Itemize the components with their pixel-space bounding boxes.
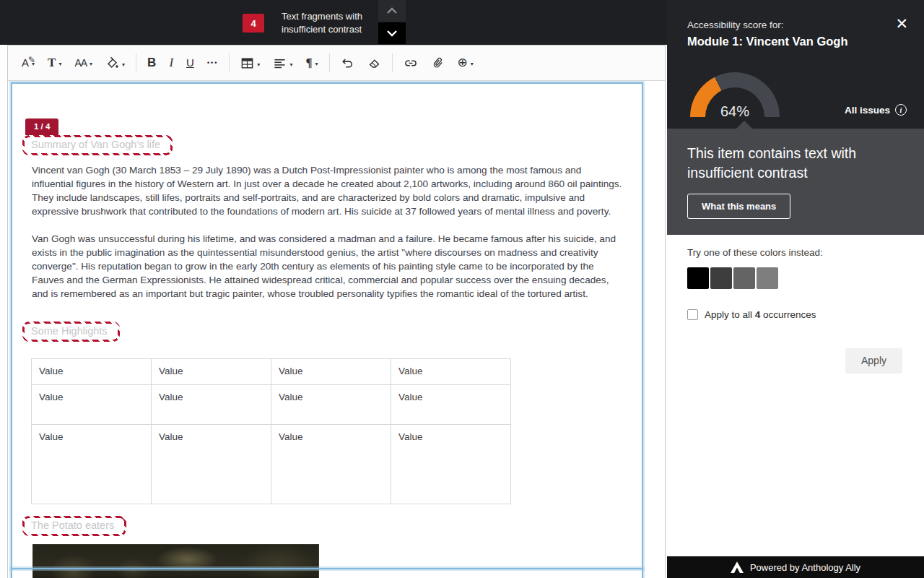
toolbar-divider: [329, 53, 330, 72]
issue-message: This item contains text with insufficien…: [687, 144, 875, 182]
eraser-icon: [367, 56, 381, 70]
color-swatch-gray[interactable]: [733, 267, 755, 289]
module-title: Module 1: Vincent Van Gogh: [687, 35, 847, 48]
close-panel-button[interactable]: ✕: [895, 16, 908, 32]
anthology-logo-icon: [731, 561, 744, 573]
issue-position-badge: 1 / 4: [25, 118, 58, 135]
previous-issue-button[interactable]: [378, 0, 406, 22]
next-issue-button[interactable]: [378, 22, 406, 44]
score-section: Accessibility score for: Module 1: Vince…: [667, 0, 924, 129]
score-value: 64%: [690, 103, 780, 120]
flagged-heading-potato-eaters[interactable]: The Potato eaters: [22, 516, 126, 536]
apply-all-checkbox[interactable]: [687, 309, 698, 320]
color-swatch-dark-gray[interactable]: [710, 267, 732, 289]
undo-button[interactable]: [334, 52, 361, 74]
table-row: Value Value Value Value: [32, 385, 511, 425]
what-this-means-button[interactable]: What this means: [687, 194, 790, 219]
table-cell[interactable]: Value: [271, 425, 391, 504]
text-style-button[interactable]: T ▾: [41, 52, 68, 74]
table-cell[interactable]: Value: [271, 385, 391, 425]
rich-text-editor: A✎ ▾ T ▾ AA ▾ ▾ B I U ••• ▾: [7, 45, 666, 578]
color-swatch-row: [687, 267, 904, 289]
plus-circle-icon: ⊕: [458, 56, 468, 69]
paint-bucket-icon: [105, 56, 119, 70]
close-icon: ✕: [895, 15, 908, 32]
ally-accessibility-panel: Accessibility score for: Module 1: Vince…: [667, 0, 924, 578]
apply-all-label: Apply to all 4 occurrences: [705, 309, 816, 320]
bold-button[interactable]: B: [141, 52, 162, 74]
issue-count-badge: 4: [243, 14, 264, 33]
highlight-color-button[interactable]: ▾: [99, 52, 131, 74]
table-cell[interactable]: Value: [32, 385, 152, 425]
ally-footer: Powered by Anthology Ally: [667, 556, 924, 578]
editor-selection-border: [11, 568, 643, 569]
table-cell[interactable]: Value: [152, 385, 271, 425]
chevron-down-icon: [386, 30, 398, 37]
italic-button[interactable]: I: [162, 52, 180, 74]
suggestion-label: Try one of these colors instead:: [687, 247, 904, 258]
message-pointer-notch: [736, 121, 752, 129]
italic-icon: I: [169, 56, 173, 69]
align-left-icon: [273, 56, 287, 70]
table-row: Value Value Value Value: [32, 359, 511, 385]
toolbar-divider: [392, 53, 393, 72]
all-issues-button[interactable]: All issues i: [845, 104, 907, 116]
table-cell[interactable]: Value: [32, 425, 152, 504]
score-section-label: Accessibility score for:: [687, 20, 784, 30]
toolbar-divider: [229, 53, 230, 72]
font-size-button[interactable]: AA ▾: [68, 52, 99, 74]
paragraph-format-button[interactable]: ¶ ▾: [299, 52, 324, 74]
table-button[interactable]: ▾: [234, 52, 266, 74]
chevron-up-icon: [386, 7, 398, 14]
clear-formatting-button[interactable]: [361, 52, 388, 74]
ellipsis-icon: •••: [207, 56, 218, 69]
accessibility-score-gauge: 64%: [690, 72, 780, 120]
attachment-button[interactable]: [424, 52, 451, 74]
underline-icon: U: [186, 56, 194, 69]
link-icon: [404, 56, 418, 70]
info-icon: i: [895, 104, 907, 116]
align-button[interactable]: ▾: [266, 52, 299, 74]
toolbar-divider: [136, 53, 136, 72]
text-color-button[interactable]: A✎ ▾: [15, 52, 41, 74]
table-cell[interactable]: Value: [391, 425, 511, 504]
bold-icon: B: [147, 56, 156, 69]
color-suggestion-section: Try one of these colors instead: Apply t…: [667, 235, 924, 320]
color-swatch-light-gray[interactable]: [757, 267, 778, 289]
apply-button[interactable]: Apply: [845, 348, 902, 374]
flagged-heading-highlights[interactable]: Some Highlights: [22, 322, 120, 342]
footer-label: Powered by Anthology Ally: [750, 562, 860, 573]
table-cell[interactable]: Value: [152, 425, 271, 504]
document-canvas[interactable]: 1 / 4 Summary of Van Gogh's life Vincent…: [11, 82, 643, 578]
paragraph-icon: ¶: [305, 56, 312, 69]
table-row: Value Value Value Value: [32, 425, 511, 504]
table-cell[interactable]: Value: [271, 359, 391, 385]
paragraph-van-gogh-legacy[interactable]: Van Gogh was unsuccessful during his lif…: [32, 232, 622, 301]
underline-button[interactable]: U: [180, 52, 201, 74]
issue-message-section: This item contains text with insufficien…: [667, 129, 924, 235]
text-style-icon: T: [48, 56, 56, 69]
apply-all-row: Apply to all 4 occurrences: [687, 309, 904, 320]
issue-type-label: Text fragments with insufficient contras…: [282, 10, 362, 36]
paperclip-icon: [431, 56, 445, 70]
table-cell[interactable]: Value: [152, 359, 271, 385]
insert-content-button[interactable]: ⊕ ▾: [451, 52, 480, 74]
color-swatch-black[interactable]: [687, 267, 709, 289]
editor-toolbar: A✎ ▾ T ▾ AA ▾ ▾ B I U ••• ▾: [8, 46, 665, 81]
paragraph-van-gogh-bio[interactable]: Vincent van Gogh (30 March 1853 – 29 Jul…: [32, 163, 622, 218]
link-button[interactable]: [397, 52, 424, 74]
table-cell[interactable]: Value: [32, 359, 152, 385]
table-cell[interactable]: Value: [391, 385, 511, 425]
highlights-table[interactable]: Value Value Value Value Value Value Valu…: [31, 358, 511, 504]
table-cell[interactable]: Value: [391, 359, 511, 385]
table-icon: [240, 56, 254, 70]
flagged-heading-summary[interactable]: Summary of Van Gogh's life: [22, 135, 173, 155]
text-color-icon: A✎: [22, 56, 29, 69]
font-size-icon: AA: [74, 56, 87, 69]
potato-eaters-painting-image: [32, 544, 319, 578]
more-formatting-button[interactable]: •••: [201, 52, 225, 74]
undo-icon: [341, 56, 354, 70]
